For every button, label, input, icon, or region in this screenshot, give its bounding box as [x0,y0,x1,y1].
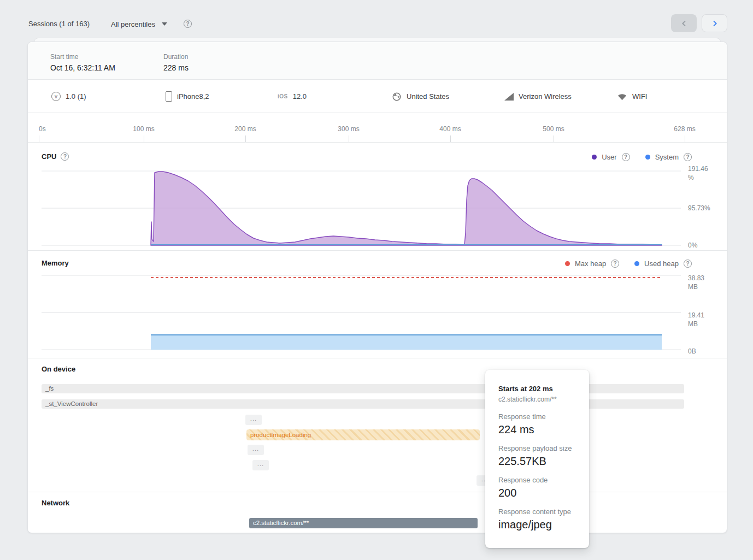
timeline-tick-label: 500 ms [543,125,564,133]
app-version-item: v 1.0 (1) [51,80,86,113]
trace-collapsed-chip[interactable]: ... [252,460,269,470]
percentiles-dropdown-label: All percentiles [111,20,155,28]
on-device-section: On device _fs _st_ViewController ... pro… [28,358,727,492]
system-help-icon[interactable] [684,153,692,161]
timeline-tick-label: 300 ms [338,125,359,133]
trace-collapsed-chip[interactable]: ... [248,445,264,455]
sessions-count-label: Sessions (1 of 163) [28,20,90,28]
used-heap-legend-dot [634,261,639,266]
on-device-title-text: On device [42,365,75,373]
network-request-bar[interactable]: c2.staticflickr.com/** [249,518,478,528]
timeline-tick [349,135,349,142]
memory-used-heap-area [151,335,662,350]
max-heap-legend-dot [565,261,570,266]
session-card: Start time Oct 16, 6:32:11 AM Duration 2… [27,42,727,533]
system-legend-dot [645,155,650,160]
tooltip-field-label: Response code [498,476,583,484]
device-model-item: iPhone8,2 [166,80,209,113]
cpu-ymax-label: 191.46 % [688,164,708,182]
chevron-down-icon [162,22,167,26]
tooltip-field-label: Response payload size [498,444,583,452]
used-heap-help-icon[interactable] [684,260,692,268]
os-version-item: iOS 12.0 [278,80,307,113]
radio-value: WIFI [632,92,647,101]
percentiles-dropdown[interactable]: All percentiles [111,18,167,30]
carrier-value: Verizon Wireless [519,92,572,101]
network-section: Network c2.staticflickr.com/** [28,492,727,533]
memory-chart[interactable] [42,274,681,358]
user-legend-dot [592,155,597,160]
start-time-value: Oct 16, 6:32:11 AM [50,63,115,72]
next-session-button[interactable] [702,14,727,32]
tooltip-field-label: Response time [498,412,583,421]
radio-item: WIFI [617,80,647,113]
tooltip-url: c2.staticflickr.com/** [498,396,583,403]
help-icon[interactable] [184,20,192,28]
phone-icon [166,91,172,102]
timeline-tick [39,135,39,142]
ios-icon: iOS [278,93,288,99]
timeline-tick-label: 400 ms [439,125,461,133]
tooltip-title: Starts at 202 ms [498,385,583,393]
timeline-tick-label: 628 ms [674,125,695,133]
session-detail-page: Sessions (1 of 163) All percentiles Star… [0,0,753,560]
start-time-group: Start time Oct 16, 6:32:11 AM [50,53,115,72]
app-version-icon: v [51,92,61,101]
memory-legend: Max heap Used heap [565,260,692,268]
cpu-section: CPU User System 191.46 % 95.73% [28,143,727,251]
timeline-tick [144,135,144,142]
memory-title-text: Memory [42,259,69,267]
device-info-row: v 1.0 (1) iPhone8,2 iOS 12.0 United Stat… [28,80,727,113]
wifi-icon [617,92,627,101]
cpu-legend: User System [592,153,692,161]
carrier-item: Verizon Wireless [504,80,572,113]
timeline-tick-label: 0s [39,125,46,133]
duration-value: 228 ms [163,63,189,72]
trace-bar-product-image-loading[interactable]: productImageLoading [246,429,480,440]
user-legend-label: User [602,153,616,161]
duration-label: Duration [163,53,189,61]
tooltip-field-value: image/jpeg [498,518,583,531]
on-device-section-title: On device [42,365,75,373]
country-item: United States [392,80,449,113]
max-heap-help-icon[interactable] [611,260,619,268]
timeline-tick-label: 100 ms [133,125,154,133]
memory-yzero-label: 0B [688,347,696,356]
session-meta-header: Start time Oct 16, 6:32:11 AM Duration 2… [28,42,727,80]
app-version-value: 1.0 (1) [66,92,86,101]
memory-section: Memory Max heap Used heap 38.83 MB 19. [28,251,727,358]
cpu-section-title: CPU [42,152,69,161]
timeline-tick [450,135,451,142]
trace-collapsed-chip[interactable]: ... [245,415,262,425]
tooltip-field-label: Response content type [498,508,583,516]
chevron-right-icon [710,19,720,28]
used-heap-legend-label: Used heap [644,260,679,268]
memory-ymid-label: 19.41 MB [688,311,704,328]
cpu-ymid-label: 95.73% [688,204,710,213]
cpu-help-icon[interactable] [61,152,69,161]
cpu-yzero-label: 0% [688,241,697,250]
timeline-tick [685,135,685,142]
cpu-chart[interactable] [42,167,681,249]
country-value: United States [407,92,449,101]
start-time-label: Start time [50,53,115,61]
memory-ymax-label: 38.83 MB [688,274,704,291]
tooltip-field-value: 225.57KB [498,455,583,468]
tooltip-field-value: 200 [498,487,583,499]
system-legend-label: System [655,153,679,161]
os-version-value: 12.0 [293,92,307,101]
previous-session-button[interactable] [671,14,697,32]
user-help-icon[interactable] [622,153,630,161]
network-request-tooltip: Starts at 202 ms c2.staticflickr.com/** … [485,370,589,548]
cell-signal-icon [504,93,514,101]
timeline-tick-label: 200 ms [234,125,256,133]
globe-icon [392,92,402,102]
timeline-tick [554,135,554,142]
timeline-ruler: 0s 100 ms 200 ms 300 ms 400 ms 500 ms 62… [28,113,727,143]
cpu-title-text: CPU [42,152,56,161]
network-section-title: Network [42,499,69,507]
tooltip-field-value: 224 ms [498,423,583,436]
memory-section-title: Memory [42,259,69,267]
chevron-left-icon [679,19,689,28]
timeline-tick [245,135,246,142]
